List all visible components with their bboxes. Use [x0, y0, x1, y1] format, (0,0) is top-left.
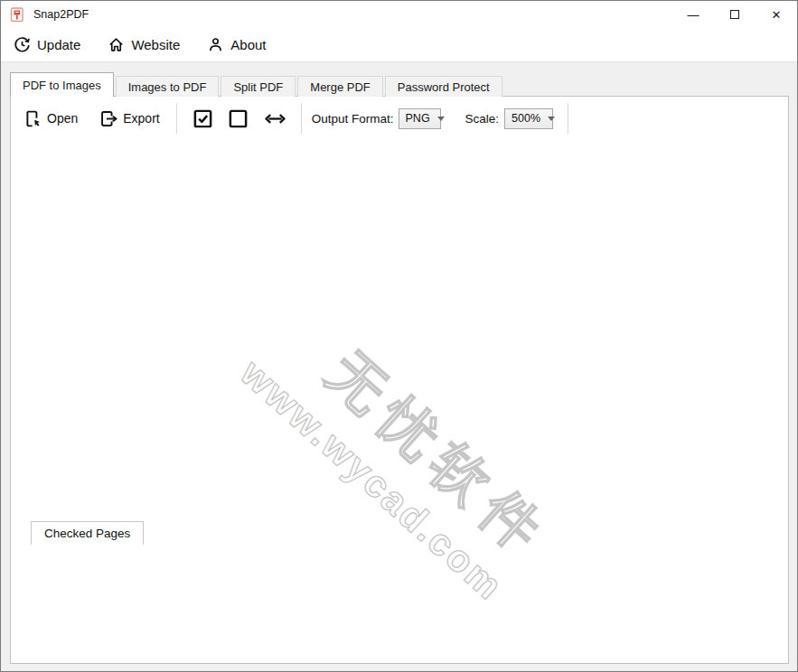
uncheck-all-icon — [228, 108, 249, 129]
output-format-label: Output Format: — [312, 112, 394, 126]
check-all-icon — [192, 108, 213, 129]
maximize-icon — [730, 10, 739, 19]
menu-item-about[interactable]: About — [207, 36, 266, 53]
person-icon — [207, 36, 224, 53]
scale-label: Scale: — [465, 112, 500, 126]
app-window: Snap2PDF — ✕ Update — [0, 0, 798, 672]
menubar: Update Website About — [1, 28, 797, 62]
window-controls: — ✕ — [672, 1, 797, 28]
tab-label: Password Protect — [398, 80, 490, 94]
menu-item-website[interactable]: Website — [108, 36, 180, 53]
tab-split-pdf[interactable]: Split PDF — [221, 76, 296, 97]
output-format-dropdown[interactable]: PNG — [399, 108, 441, 129]
scale-value: 500% — [512, 112, 540, 125]
tabstrip: PDF to Images Images to PDF Split PDF Me… — [10, 72, 504, 97]
menu-item-label: Update — [37, 37, 80, 52]
toolbar-separator — [568, 103, 568, 134]
home-icon — [108, 36, 125, 53]
window-title: Snap2PDF — [33, 8, 89, 21]
tab-page-pdf-to-images — [10, 96, 789, 664]
pdf-app-icon — [10, 7, 25, 23]
export-icon — [99, 109, 118, 128]
minimize-icon: — — [688, 8, 699, 22]
toolbar-separator — [176, 103, 177, 134]
tab-label: Split PDF — [233, 80, 283, 94]
menu-item-update[interactable]: Update — [14, 36, 80, 53]
tab-merge-pdf[interactable]: Merge PDF — [297, 76, 382, 97]
export-button-label: Export — [123, 111, 159, 126]
tab-label: Images to PDF — [128, 80, 207, 94]
maximize-button[interactable] — [714, 1, 756, 28]
toolbar: Open Export — [11, 97, 788, 140]
close-icon: ✕ — [772, 8, 782, 22]
invert-selection-icon — [263, 108, 287, 129]
export-button[interactable]: Export — [99, 109, 159, 128]
open-file-icon — [23, 109, 42, 128]
check-all-button[interactable] — [192, 108, 213, 129]
checked-pages-tab-label: Checked Pages — [44, 527, 130, 540]
menu-item-label: Website — [131, 37, 180, 52]
tab-pdf-to-images[interactable]: PDF to Images — [10, 72, 114, 97]
tab-label: Merge PDF — [310, 80, 370, 94]
tab-images-to-pdf[interactable]: Images to PDF — [116, 76, 220, 97]
update-icon — [14, 36, 31, 53]
toolbar-separator — [301, 103, 302, 134]
open-button[interactable]: Open — [23, 109, 78, 128]
menu-item-label: About — [230, 37, 266, 52]
minimize-button[interactable]: — — [672, 1, 714, 28]
tab-label: PDF to Images — [23, 79, 101, 92]
scale-dropdown[interactable]: 500% — [504, 108, 553, 129]
chevron-down-icon — [437, 117, 445, 121]
open-button-label: Open — [47, 111, 78, 126]
uncheck-all-button[interactable] — [228, 108, 249, 129]
close-button[interactable]: ✕ — [756, 1, 797, 28]
chevron-down-icon — [548, 117, 555, 121]
checked-pages-tab[interactable]: Checked Pages — [31, 521, 144, 545]
invert-selection-button[interactable] — [263, 108, 287, 129]
output-format-value: PNG — [406, 112, 430, 125]
tab-password-protect[interactable]: Password Protect — [385, 76, 502, 97]
titlebar: Snap2PDF — ✕ — [1, 1, 797, 28]
